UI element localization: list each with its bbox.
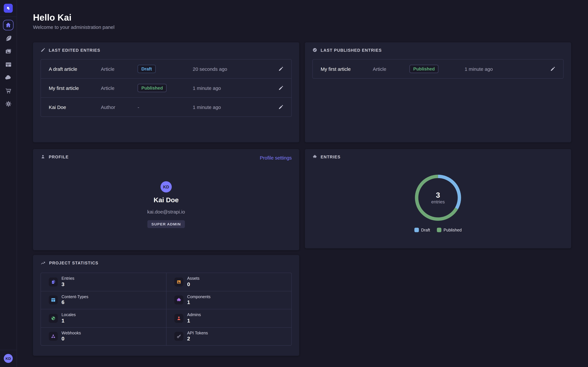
edit-entry-button[interactable]: [278, 85, 284, 91]
project-statistics-card: PROJECT STATISTICS Entries 3 Assets 0: [33, 255, 299, 356]
status-badge: Published: [138, 84, 167, 92]
entry-type: Article: [373, 66, 409, 72]
edit-entry-button[interactable]: [278, 66, 284, 71]
entry-type: Article: [101, 85, 138, 91]
cloud-icon: [5, 74, 12, 81]
stat-value: 2: [187, 336, 208, 342]
table-row: My first article Article Published 1 min…: [313, 59, 563, 78]
user-avatar[interactable]: KD: [4, 354, 13, 363]
sidebar: KD: [0, 0, 17, 367]
status-badge: Draft: [138, 65, 156, 73]
donut-center: 3 entries: [414, 174, 462, 222]
last-edited-table: A draft article Article Draft 20 seconds…: [41, 59, 292, 117]
entry-time: 20 seconds ago: [193, 66, 275, 72]
stat-label: Assets: [187, 276, 199, 281]
profile-avatar-row: KD: [33, 181, 299, 192]
stat-assets: Assets 0: [166, 273, 291, 291]
layout-icon: [49, 296, 58, 305]
stat-value: 0: [187, 281, 199, 288]
legend-label: Published: [443, 228, 462, 232]
trending-up-icon: [41, 260, 46, 266]
stat-webhooks: Webhooks 0: [41, 327, 166, 345]
key-icon: [174, 332, 183, 341]
stat-value: 1: [187, 317, 201, 324]
legend-item-published: Published: [437, 228, 462, 232]
strapi-logo-icon: [6, 6, 11, 11]
sidebar-item-home[interactable]: [3, 20, 13, 30]
last-published-entries-card: LAST PUBLISHED ENTRIES My first article …: [305, 42, 571, 142]
strapi-logo[interactable]: [4, 4, 13, 13]
stat-locales: Locales 1: [41, 309, 166, 327]
user-icon: [174, 314, 183, 323]
edit-entry-button[interactable]: [278, 105, 284, 110]
stat-value: 1: [61, 317, 76, 324]
profile-settings-link[interactable]: Profile settings: [260, 155, 292, 161]
sidebar-divider: [0, 17, 17, 17]
entry-time: 1 minute ago: [465, 66, 547, 72]
sidebar-item-marketplace[interactable]: [3, 85, 13, 96]
status-badge: Published: [409, 65, 439, 73]
puzzle-icon: [174, 296, 183, 305]
picture-icon: [174, 277, 183, 286]
sidebar-item-content-manager[interactable]: [3, 33, 13, 43]
sidebar-item-content-type-builder[interactable]: [3, 59, 13, 70]
card-title: PROJECT STATISTICS: [49, 261, 98, 265]
stat-components: Components 1: [166, 291, 291, 309]
media-library-icon: [5, 48, 12, 55]
card-title: PROFILE: [49, 154, 69, 159]
sidebar-nav: [3, 20, 13, 109]
entry-name: My first article: [49, 85, 101, 91]
table-row: A draft article Article Draft 20 seconds…: [41, 59, 291, 78]
entry-time: 1 minute ago: [193, 85, 275, 91]
chart-legend: Draft Published: [305, 228, 571, 232]
documents-icon: [49, 277, 58, 286]
pencil-icon: [41, 48, 45, 52]
entry-type: Author: [101, 104, 138, 110]
check-circle-icon: [312, 48, 317, 52]
last-edited-entries-card: LAST EDITED ENTRIES A draft article Arti…: [33, 42, 299, 142]
status-empty: -: [138, 104, 193, 110]
stat-value: 6: [61, 299, 88, 306]
stat-label: Content-Types: [61, 294, 88, 300]
role-badge: SUPER ADMIN: [147, 220, 185, 228]
stats-table: Entries 3 Assets 0 Content-Types: [41, 273, 292, 346]
stat-api-tokens: API Tokens 2: [166, 327, 291, 345]
page-subtitle: Welcome to your administration panel: [33, 24, 114, 30]
entries-total: 3: [436, 191, 440, 199]
pencil-icon: [278, 85, 284, 91]
puzzle-icon: [312, 154, 317, 159]
sidebar-item-media-library[interactable]: [3, 46, 13, 57]
stat-label: Locales: [61, 312, 76, 317]
feather-icon: [5, 34, 12, 42]
pencil-icon: [550, 66, 555, 71]
entries-unit: entries: [431, 199, 445, 204]
gear-icon: [5, 100, 12, 107]
sidebar-item-deploy[interactable]: [3, 72, 13, 83]
pencil-icon: [278, 66, 284, 71]
legend-label: Draft: [421, 228, 430, 232]
webhook-icon: [49, 332, 58, 341]
strapi-dashboard: KD Hello Kai Welcome to your administrat…: [0, 0, 588, 367]
stat-content-types: Content-Types 6: [41, 291, 166, 309]
entry-time: 1 minute ago: [193, 104, 275, 110]
stat-label: Webhooks: [61, 330, 81, 336]
entries-donut-chart: 3 entries: [414, 174, 462, 222]
stat-label: Components: [187, 294, 210, 300]
sidebar-bottom-divider: [0, 350, 17, 350]
edit-entry-button[interactable]: [550, 66, 555, 71]
sidebar-bottom: KD: [0, 350, 17, 367]
entry-name: My first article: [321, 66, 373, 72]
stat-value: 0: [61, 336, 81, 342]
table-row: My first article Article Published 1 min…: [41, 78, 291, 97]
entries-chart-card: ENTRIES 3 entries Draft Published: [305, 149, 571, 248]
avatar: KD: [161, 181, 172, 192]
page-title: Hello Kai: [33, 12, 71, 23]
legend-item-draft: Draft: [414, 228, 430, 232]
stat-admins: Admins 1: [166, 309, 291, 327]
sidebar-item-settings[interactable]: [3, 99, 13, 109]
stat-value: 3: [61, 281, 75, 288]
stat-value: 1: [187, 299, 210, 306]
profile-name: Kai Doe: [33, 196, 299, 204]
last-published-table: My first article Article Published 1 min…: [312, 59, 564, 79]
table-row: Kai Doe Author - 1 minute ago: [41, 97, 291, 117]
